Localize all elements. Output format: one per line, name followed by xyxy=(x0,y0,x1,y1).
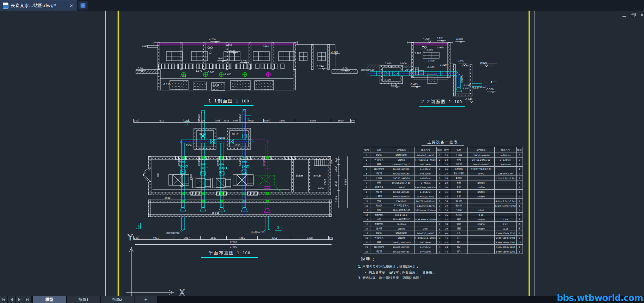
plus-icon: + xyxy=(80,3,85,8)
svg-text:0.000: 0.000 xyxy=(480,61,487,64)
svg-text:2.900: 2.900 xyxy=(427,48,433,51)
equipment-cell: 米 xyxy=(517,222,523,226)
layout-tab-layout1[interactable]: 布局1 xyxy=(67,296,100,303)
svg-text:4.700: 4.700 xyxy=(209,38,216,41)
svg-text:阀门井: 阀门井 xyxy=(199,132,207,135)
equipment-cell: 26 xyxy=(443,167,450,171)
equipment-cell: 21 xyxy=(363,245,370,249)
svg-text:4.300: 4.300 xyxy=(423,37,430,40)
equipment-cell: 套管 xyxy=(450,194,468,199)
svg-text:-3.340: -3.340 xyxy=(390,84,397,87)
watermark: bbs.wtbworld.com xyxy=(557,293,643,303)
file-tab-active[interactable]: 长春某水...站图.dwg* × xyxy=(0,0,77,11)
note-line: 3. 管道防腐，刷一遍红丹漆，两遍防锈漆； xyxy=(358,276,436,280)
svg-text:2: 2 xyxy=(277,226,279,230)
equipment-cell: 2 xyxy=(437,194,443,199)
equipment-cell: 起重设备 xyxy=(450,167,468,171)
equipment-cell: 12 xyxy=(363,203,370,208)
equipment-cell: 4 xyxy=(363,167,370,171)
first-sheet-button[interactable] xyxy=(0,296,7,303)
restore-icon[interactable] xyxy=(631,13,636,17)
equipment-cell: DN450×DN300 xyxy=(388,167,415,171)
svg-text:3550: 3550 xyxy=(142,44,148,47)
equipment-cell: 19 xyxy=(363,236,370,240)
equipment-cell: DN700,L=660mm xyxy=(415,199,437,203)
equipment-header-cell: 型号规格 xyxy=(388,147,415,153)
equipment-cell: 23 xyxy=(443,153,450,158)
svg-text:2600: 2600 xyxy=(229,49,235,52)
equipment-cell: 渐扩管 xyxy=(370,190,388,194)
equipment-cell xyxy=(495,185,517,190)
equipment-cell: 3 xyxy=(437,203,443,208)
last-sheet-button[interactable] xyxy=(23,296,31,303)
plan-total-dim-outer: 27480 xyxy=(132,245,335,249)
svg-text:值班室: 值班室 xyxy=(296,174,303,177)
equipment-cell: L=350mm xyxy=(415,245,437,249)
tab-close-icon[interactable]: × xyxy=(68,3,74,8)
equipment-cell: 止回阀 xyxy=(370,176,388,180)
equipment-cell: 1 xyxy=(517,167,523,171)
equipment-cell: 配套电机 xyxy=(370,213,388,217)
note-line: 2. 共五台水泵，运行时，四台启用，一台备用。 xyxy=(364,270,436,275)
notes-section: 说明： 1. 本图各尺寸均以毫米计，标高以米计； 2. 共五台水泵，运行时，四台… xyxy=(358,256,436,281)
equipment-cell: DN350,H44T-10 xyxy=(388,176,415,180)
equipment-cell: 集水坑 xyxy=(450,176,468,180)
equipment-row: 22渐扩管DN300×DN450L=450mm344窗3B×H=1500×120… xyxy=(363,249,523,254)
equipment-cell: 7 xyxy=(517,190,523,194)
svg-text:阀门井: 阀门井 xyxy=(232,132,239,135)
layout-tab-layout2[interactable]: 布局2 xyxy=(101,296,134,303)
equipment-cell: 米 xyxy=(517,217,523,222)
equipment-cell: 20m xyxy=(415,226,437,231)
equipment-cell: Y-602 xyxy=(468,208,495,213)
equipment-cell xyxy=(495,190,517,194)
equipment-cell: 31 xyxy=(443,190,450,194)
equipment-cell xyxy=(468,199,495,203)
equipment-header-cell: 数量 xyxy=(517,147,523,153)
dim-value: 3990 xyxy=(269,119,295,122)
equipment-cell: 13 xyxy=(363,208,370,213)
equipment-cell: 2 xyxy=(517,194,523,199)
new-tab-button[interactable]: + xyxy=(78,1,88,10)
section-2-2-title: 2-2剖面图1: 100 xyxy=(419,99,465,107)
equipment-cell: 3 xyxy=(437,240,443,245)
equipment-cell: 3 xyxy=(437,249,443,254)
dim-value: 7110 xyxy=(138,119,184,122)
svg-text:-1.775: -1.775 xyxy=(179,75,186,78)
equipment-cell: DN600×DN600 xyxy=(388,194,415,199)
next-sheet-button[interactable] xyxy=(16,296,23,303)
equipment-cell: 41 xyxy=(443,236,450,240)
equipment-cell: D1=750,H=600 xyxy=(415,231,437,236)
equipment-cell: 15 xyxy=(363,217,370,222)
equipment-cell: 3 xyxy=(363,162,370,167)
equipment-cell xyxy=(468,176,495,180)
equipment-cell: 25 xyxy=(443,162,450,167)
svg-text:进水管DN700: 进水管DN700 xyxy=(251,231,264,234)
svg-text:-0.300: -0.300 xyxy=(457,59,464,62)
equipment-cell: 90度弯头 xyxy=(370,158,388,162)
svg-text:8480: 8480 xyxy=(344,179,347,185)
equipment-cell: 90度弯头 xyxy=(370,236,388,240)
equipment-cell: 3 xyxy=(437,245,443,249)
dim-value: 540 xyxy=(233,119,238,122)
equipment-cell: 5 xyxy=(363,171,370,176)
svg-text:-3.100: -3.100 xyxy=(383,78,391,81)
equipment-cell: 8 xyxy=(363,185,370,190)
equipment-cell: 2 xyxy=(437,199,443,203)
equipment-row: 5渐扩管DN200×DN350L=530mm227潜水排污泵25WQ0.865m… xyxy=(363,171,523,176)
cad-drawing[interactable]: 4.700 3550 4050 3680 2600 1800 1.400 0.0… xyxy=(0,0,644,303)
equipment-cell: L=275mm xyxy=(415,240,437,245)
equipment-cell: L=330mm xyxy=(495,158,517,162)
layout-tab-model[interactable]: 模型 xyxy=(33,296,66,303)
prev-sheet-button[interactable] xyxy=(8,296,15,303)
equipment-row: 3蝶阀DN450,D371J-10L=114mm225渐扩管DN450×DN60… xyxy=(363,162,523,167)
equipment-cell xyxy=(495,194,517,199)
plan-view xyxy=(136,109,347,232)
equipment-row: 21偏心渐缩管DN600×DN500L=350mm343窗2B×H=3000×1… xyxy=(363,245,523,249)
add-layout-button[interactable]: + xyxy=(135,296,157,303)
minimize-icon[interactable] xyxy=(622,13,627,17)
svg-text:-1.150: -1.150 xyxy=(462,87,469,90)
dim-value: 4000 xyxy=(238,119,264,122)
ucs-axes xyxy=(126,247,174,296)
equipment-cell: 米 xyxy=(517,226,523,231)
close-icon[interactable]: ✕ xyxy=(640,13,644,17)
